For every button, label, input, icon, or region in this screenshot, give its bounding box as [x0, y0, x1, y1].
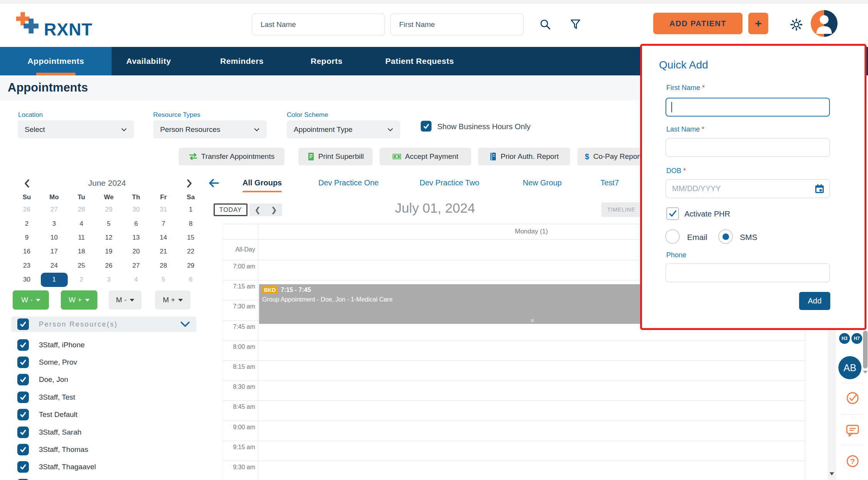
calendar-date[interactable]: 2 — [68, 273, 95, 287]
rail-badge-h3[interactable]: H3 — [839, 333, 850, 344]
calendar-date[interactable]: 24 — [40, 259, 68, 273]
next-day-icon[interactable]: ❯ — [271, 206, 277, 213]
resource-list-item[interactable]: 3Staff, Test — [11, 388, 196, 406]
w-minus-button[interactable]: W - — [13, 290, 49, 310]
tab-patient-requests[interactable]: Patient Requests — [385, 47, 454, 75]
rail-scrollbar-thumb[interactable] — [863, 331, 868, 368]
calendar-date[interactable]: 5 — [95, 217, 122, 230]
quick-add-submit-button[interactable]: Add — [799, 292, 830, 310]
calendar-date[interactable]: 26 — [13, 203, 40, 217]
calendar-date[interactable]: 28 — [150, 259, 177, 273]
rail-badge-h7[interactable]: H7 — [851, 333, 862, 344]
resource-checkbox[interactable] — [17, 461, 29, 473]
person-resources-checkbox[interactable] — [17, 318, 29, 330]
sms-radio[interactable] — [718, 229, 733, 244]
tab-availability[interactable]: Availability — [126, 47, 171, 75]
calendar-date[interactable]: 25 — [68, 259, 95, 273]
transfer-appointments-button[interactable]: Transfer Appointments — [179, 148, 284, 165]
quick-add-dob-input[interactable] — [666, 179, 830, 198]
group-tab-dev-practice-two[interactable]: Dev Practice Two — [420, 178, 479, 187]
resource-list-item[interactable]: Some, Prov — [11, 353, 196, 371]
calendar-date[interactable]: 21 — [150, 245, 177, 258]
calendar-date[interactable]: 13 — [122, 231, 150, 245]
quick-add-last-name-input[interactable] — [666, 138, 830, 157]
resource-checkbox[interactable] — [17, 357, 29, 368]
co-pay-report-button[interactable]: $Co-Pay Report — [577, 148, 649, 165]
resource-list-item[interactable]: 3Staff, iPhone — [11, 336, 196, 353]
resource-checkbox[interactable] — [17, 339, 29, 351]
person-resources-header[interactable]: Person Resource(s) — [11, 317, 196, 332]
calendar-date[interactable]: 1 — [177, 203, 204, 217]
calendar-date[interactable]: 12 — [95, 231, 122, 245]
print-superbill-button[interactable]: Print Superbill — [298, 148, 373, 165]
first-name-search-input[interactable] — [390, 13, 523, 35]
calendar-date[interactable]: 19 — [95, 245, 122, 258]
calendar-date-selected[interactable]: 1 — [40, 273, 68, 287]
tab-reports[interactable]: Reports — [311, 47, 343, 75]
calendar-date[interactable]: 29 — [177, 259, 204, 273]
chevron-down-icon[interactable] — [180, 321, 190, 327]
tab-reminders[interactable]: Reminders — [220, 47, 264, 75]
calendar-date[interactable]: 15 — [177, 231, 204, 245]
time-slot-row[interactable]: 9:00 am — [223, 421, 805, 441]
resource-list-item[interactable]: 3Staff, Sarah — [11, 423, 196, 441]
filter-icon[interactable] — [569, 18, 582, 31]
calendar-icon[interactable] — [814, 184, 825, 194]
add-plus-button[interactable]: + — [748, 13, 768, 34]
resource-list-item[interactable]: 3Staff, Thomas — [11, 441, 196, 458]
time-slot-row[interactable]: 8:00 am — [223, 341, 805, 361]
today-button[interactable]: TODAY — [214, 203, 248, 216]
tab-appointments[interactable]: Appointments — [0, 47, 112, 75]
calendar-date[interactable]: 27 — [122, 259, 150, 273]
calendar-date[interactable]: 30 — [122, 203, 150, 217]
rail-user-avatar[interactable]: AB — [838, 356, 861, 379]
email-radio[interactable] — [665, 229, 680, 244]
calendar-date[interactable]: 3 — [40, 217, 68, 230]
time-slot-row[interactable]: 8:30 am — [223, 381, 805, 401]
calendar-date[interactable]: 30 — [13, 273, 40, 287]
last-name-search-input[interactable] — [252, 13, 385, 35]
check-circle-icon[interactable] — [845, 391, 860, 405]
resource-checkbox[interactable] — [17, 409, 29, 420]
time-slot-row[interactable]: 8:45 am — [223, 401, 805, 421]
location-select[interactable]: Select — [18, 120, 134, 138]
resource-checkbox[interactable] — [17, 392, 29, 403]
calendar-date[interactable]: 20 — [122, 245, 150, 258]
resource-checkbox[interactable] — [17, 444, 29, 455]
business-hours-checkbox[interactable] — [421, 121, 431, 132]
rail-scroll-down-icon[interactable] — [863, 371, 868, 373]
calendar-date[interactable]: 9 — [13, 231, 40, 245]
timeline-button[interactable]: TIMELINE — [601, 202, 641, 217]
resource-list-item[interactable]: Test Default — [11, 406, 196, 423]
calendar-date[interactable]: 23 — [13, 259, 40, 273]
calendar-date[interactable]: 17 — [40, 245, 68, 258]
next-month-icon[interactable] — [183, 178, 195, 189]
calendar-date[interactable]: 29 — [95, 203, 122, 217]
resource-checkbox[interactable] — [17, 374, 29, 385]
quick-add-first-name-input[interactable] — [666, 98, 830, 117]
calendar-date[interactable]: 3 — [95, 273, 122, 287]
accept-payment-button[interactable]: Accept Payment — [380, 148, 471, 165]
calendar-date[interactable]: 26 — [95, 259, 122, 273]
add-patient-button[interactable]: ADD PATIENT — [653, 13, 743, 34]
resource-list-item[interactable] — [11, 476, 196, 480]
calendar-date[interactable]: 7 — [150, 217, 177, 230]
calendar-date[interactable]: 6 — [122, 217, 150, 230]
group-tab-dev-practice-one[interactable]: Dev Practice One — [318, 178, 379, 187]
resource-checkbox[interactable] — [17, 427, 29, 438]
chat-icon[interactable] — [845, 423, 860, 438]
search-icon[interactable] — [539, 18, 552, 31]
resource-list-item[interactable]: Doe, Jon — [11, 371, 196, 388]
m-minus-button[interactable]: M - — [109, 290, 142, 310]
calendar-date[interactable]: 27 — [40, 203, 68, 217]
time-slot-row[interactable]: 9:30 am — [223, 461, 805, 480]
gear-icon[interactable] — [789, 17, 804, 32]
main-scrollbar-track[interactable] — [828, 330, 836, 480]
back-arrow-icon[interactable] — [208, 178, 219, 188]
calendar-date[interactable]: 4 — [68, 217, 95, 230]
calendar-date[interactable]: 8 — [177, 217, 204, 230]
scroll-down-arrow-icon[interactable] — [830, 472, 834, 475]
w-plus-button[interactable]: W + — [61, 290, 97, 310]
prior-auth-report-button[interactable]: Prior Auth. Report — [478, 148, 570, 165]
calendar-date[interactable]: 31 — [150, 203, 177, 217]
